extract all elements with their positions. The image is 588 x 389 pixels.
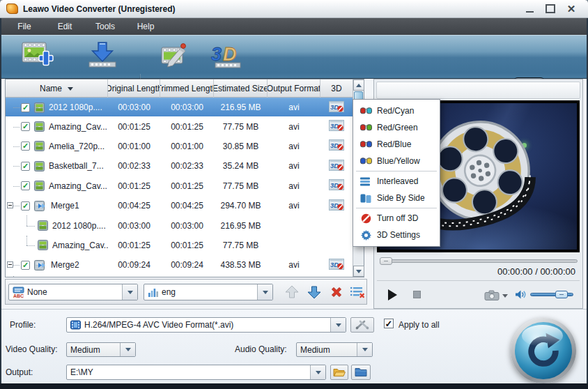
video-quality-dropdown-arrow[interactable] (120, 343, 135, 356)
row-checkbox[interactable]: ✓ (21, 201, 30, 211)
table-row[interactable]: ✓Merge200:09:2400:09:24438.53 MBavi3D (6, 255, 353, 275)
cell-trimmed-length: 00:09:24 (160, 260, 214, 270)
row-3d-status-icon[interactable]: 3D (329, 259, 344, 270)
table-row[interactable]: ✓Merge100:04:2500:04:25294.70 MBavi3D (6, 196, 353, 215)
table-row[interactable]: Amazing_Cav...00:01:2500:01:2577.75 MB (6, 236, 353, 255)
row-checkbox[interactable]: ✓ (21, 261, 30, 270)
svg-text:D: D (223, 44, 237, 65)
edit-profile-button[interactable] (350, 317, 374, 333)
play-button[interactable] (388, 289, 397, 300)
toolbar-add-video-button[interactable] (17, 40, 60, 75)
menu-item-blue-yellow[interactable]: Blue/Yellow (353, 153, 440, 169)
move-down-button[interactable] (305, 284, 323, 300)
stop-button[interactable] (413, 291, 421, 298)
toolbar-download-button[interactable] (82, 40, 123, 75)
seek-handle[interactable] (380, 257, 392, 265)
column-header-name[interactable]: Name (6, 79, 108, 98)
output-path-select[interactable]: E:\MY (66, 365, 326, 380)
video-quality-select[interactable]: Medium (66, 342, 136, 357)
cell-output-format: avi (268, 260, 320, 270)
row-3d-status-icon[interactable]: 3D (329, 101, 344, 112)
row-checkbox[interactable]: ✓ (21, 122, 30, 131)
menu-item-3d-settings[interactable]: 3D Settings (353, 227, 440, 243)
video-file-icon (38, 220, 48, 231)
column-header-original-length[interactable]: Original Length (108, 79, 160, 98)
maximize-button[interactable] (543, 3, 557, 15)
row-3d-status-icon[interactable]: 3D (329, 160, 344, 171)
menu-bar: FileEditToolsHelp (0, 18, 588, 35)
menu-tools[interactable]: Tools (85, 18, 125, 35)
menu-item-interleaved[interactable]: Interleaved (353, 173, 440, 190)
move-up-button[interactable] (283, 284, 301, 300)
menu-item-red-green[interactable]: Red/Green (353, 119, 440, 136)
seek-track[interactable] (380, 259, 578, 263)
cell-estimated-size: 294.70 MB (214, 201, 268, 211)
cell-estimated-size: 77.75 MB (214, 241, 268, 250)
toolbar-edit-button[interactable] (157, 40, 194, 75)
toolbar-convert-3d-button[interactable]: 3D (208, 40, 247, 75)
apply-to-all-checkbox[interactable]: ✓ (384, 319, 394, 328)
open-output-folder-button[interactable] (330, 365, 348, 380)
clear-list-button[interactable] (348, 284, 366, 300)
remove-file-button[interactable] (327, 284, 346, 300)
table-row[interactable]: ✓2012 1080p....00:03:0000:03:00216.95 MB… (6, 98, 353, 116)
profile-select[interactable]: H.264/MPEG-4 AVC Video Format(*.avi) (66, 317, 346, 333)
row-checkbox[interactable]: ✓ (21, 103, 30, 112)
row-3d-status-icon[interactable]: 3D (329, 179, 344, 190)
column-header-estimated-size[interactable]: Estimated Size (214, 79, 268, 98)
table-row[interactable]: ✓Amazing_Cav...00:01:2500:01:2577.75 MBa… (6, 116, 353, 136)
column-header-3d[interactable]: 3D (320, 79, 353, 98)
output-dropdown-arrow[interactable] (310, 365, 325, 379)
table-row[interactable]: ✓Amelia_720p...00:01:0000:01:0030.85 MBa… (6, 137, 353, 156)
cell-name: ✓Amazing_Cav... (6, 176, 108, 196)
audio-select[interactable]: eng (144, 284, 273, 300)
apply-to-all-label: Apply to all (399, 320, 440, 330)
audio-dropdown-arrow[interactable] (257, 284, 272, 300)
table-row[interactable]: ✓Basketball_7...00:02:3300:02:3335.24 MB… (6, 156, 353, 176)
audio-quality-value: Medium (300, 345, 330, 355)
expander-toggle[interactable] (7, 202, 13, 208)
volume-speaker-icon[interactable] (515, 289, 527, 303)
minimize-button[interactable] (523, 3, 536, 15)
close-button[interactable]: ✕ (564, 3, 578, 15)
convert-button[interactable] (511, 318, 576, 383)
menu-item-red-cyan[interactable]: Red/Cyan (353, 102, 440, 119)
audio-quality-dropdown-arrow[interactable] (357, 343, 372, 356)
row-checkbox[interactable]: ✓ (21, 181, 30, 190)
toolbar: NVIDIA CUDA 3D (0, 35, 588, 79)
cell-name: 2012 1080p.... (6, 215, 108, 235)
row-3d-status-icon[interactable]: 3D (329, 120, 344, 131)
menu-item-label: 3D Settings (377, 230, 420, 240)
audio-quality-select[interactable]: Medium (296, 342, 373, 357)
volume-handle[interactable] (555, 291, 568, 298)
row-checkbox[interactable]: ✓ (21, 162, 30, 171)
row-3d-status-icon[interactable]: 3D (329, 139, 344, 151)
browse-folder-button[interactable] (351, 365, 371, 380)
subtitle-dropdown-arrow[interactable] (122, 284, 137, 300)
row-checkbox[interactable]: ✓ (21, 142, 30, 151)
menu-file[interactable]: File (4, 18, 45, 35)
scroll-down-button[interactable] (353, 266, 364, 277)
snapshot-camera-icon[interactable] (484, 290, 500, 303)
file-list-header: NameOriginal LengthTrimmed LengthEstimat… (6, 79, 353, 98)
menu-item-red-blue[interactable]: Red/Blue (353, 136, 440, 153)
cell-estimated-size: 216.95 MB (214, 221, 268, 231)
scroll-up-button[interactable] (353, 79, 364, 91)
seek-bar[interactable] (380, 257, 578, 266)
profile-dropdown-arrow[interactable] (330, 318, 346, 332)
menu-item-turn-off-3d[interactable]: Turn off 3D (353, 210, 440, 227)
edit-icon (160, 41, 191, 73)
cell-3d: 3D (320, 160, 353, 173)
row-3d-status-icon[interactable]: 3D (329, 199, 344, 211)
table-row[interactable]: ✓Amazing_Cav...00:01:2500:01:2577.75 MBa… (6, 176, 353, 196)
menu-item-side-by-side[interactable]: Side By Side (353, 190, 440, 206)
column-header-trimmed-length[interactable]: Trimmed Length (160, 79, 214, 98)
menu-edit[interactable]: Edit (45, 18, 85, 35)
menu-help[interactable]: Help (125, 18, 166, 35)
table-row[interactable]: 2012 1080p....00:03:0000:03:00216.95 MB (6, 215, 353, 235)
expander-toggle[interactable] (7, 261, 13, 268)
column-header-output-format[interactable]: Output Format (268, 79, 320, 98)
check-mark-icon: ✓ (22, 162, 29, 170)
subtitle-select[interactable]: ABC None (8, 284, 138, 300)
snapshot-dropdown-caret-icon[interactable] (502, 294, 508, 300)
